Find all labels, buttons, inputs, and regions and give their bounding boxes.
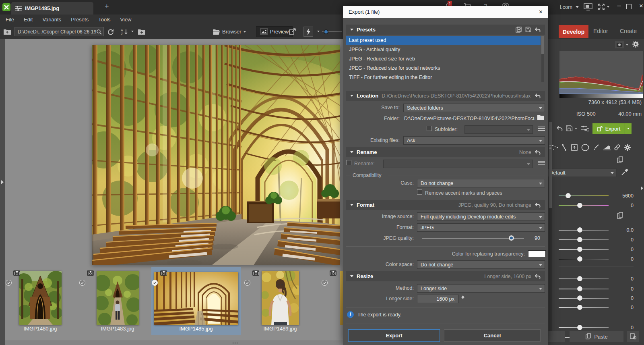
panel-scrollbar-thumb[interactable] (549, 122, 552, 208)
blacks-slider[interactable]: 0 (559, 286, 627, 292)
dehaze-slider[interactable]: 0 (559, 305, 627, 310)
tab-imgp1485[interactable]: IMGP1485.jpg (11, 2, 93, 15)
menu-edit[interactable]: Edit (24, 17, 33, 23)
preview-mode-icon[interactable] (615, 41, 624, 48)
slider-handle[interactable] (577, 325, 582, 330)
dialog-close-button[interactable]: × (539, 8, 543, 16)
collapse-icon[interactable] (350, 204, 353, 206)
slider-handle[interactable] (577, 295, 582, 301)
spinner-down-icon[interactable] (461, 299, 464, 305)
clarity-slider[interactable]: 0 (559, 295, 627, 301)
lightning-dropdown-icon[interactable] (317, 31, 320, 32)
minimize-button[interactable]: – (615, 2, 623, 9)
account-dropdown-icon[interactable] (576, 6, 579, 8)
shadows-slider[interactable]: 0 (559, 256, 627, 262)
subfolder-menu-icon[interactable] (538, 125, 545, 132)
close-window-button[interactable]: × (637, 2, 644, 10)
save-to-select[interactable]: Selected folders (403, 104, 545, 112)
eyedropper-icon[interactable] (621, 168, 629, 176)
account-email[interactable]: l.com (555, 4, 572, 10)
collapse-icon[interactable] (350, 95, 353, 97)
remove-accents-checkbox[interactable] (417, 189, 422, 195)
select-check-badge[interactable] (6, 280, 12, 286)
tool-settings-gear-icon[interactable] (624, 144, 631, 151)
temperature-handle[interactable] (566, 193, 571, 198)
healing-tool-icon[interactable] (613, 144, 621, 151)
browse-folder-icon[interactable] (537, 114, 545, 121)
sort-dropdown-icon[interactable] (131, 31, 134, 32)
zoom-slider-handle[interactable] (324, 29, 328, 34)
saturation-slider[interactable]: 0 (559, 325, 627, 330)
export-dropdown-button[interactable] (625, 123, 632, 134)
format-section-header[interactable]: Format JPEG, quality 90, Do not change (346, 200, 545, 210)
menu-tools[interactable]: Tools (98, 17, 110, 23)
slider-handle[interactable] (577, 247, 582, 252)
path-field[interactable]: D:\OneDr...\Cooper Chapel 06-26-19 (14, 27, 104, 36)
select-check-badge[interactable] (244, 280, 250, 286)
fullscreen-icon[interactable] (597, 3, 605, 11)
settings-gear-icon[interactable] (632, 40, 640, 48)
fullscreen-dropdown-icon[interactable] (607, 6, 609, 8)
white-balance-preset-select[interactable]: Default (546, 168, 617, 177)
preset-item[interactable]: JPEG - Reduced size for web (346, 54, 539, 64)
preview-mode-dropdown-icon[interactable] (626, 44, 628, 46)
new-folder-icon[interactable] (138, 27, 146, 36)
copy-white-balance-icon[interactable] (617, 156, 623, 164)
refresh-icon[interactable] (107, 27, 114, 36)
longer-side-input[interactable]: 1600 px (417, 295, 459, 303)
slider-handle[interactable] (577, 276, 582, 281)
thumbnail-imgp1480[interactable] (19, 271, 62, 325)
collapse-icon[interactable] (350, 151, 353, 153)
thumbnail-imgp1489[interactable] (262, 271, 299, 325)
export-button[interactable]: Export (592, 123, 625, 134)
tab-editor[interactable]: Editor (593, 28, 608, 34)
collapse-icon[interactable] (350, 275, 353, 277)
preset-item-selected[interactable]: Last preset used (346, 36, 541, 45)
menu-variants[interactable]: Variants (42, 17, 61, 23)
lights-slider[interactable]: 0 (559, 247, 627, 252)
quick-edits-lightning-icon[interactable] (303, 27, 313, 37)
resize-section-header[interactable]: Resize Longer side, 1600 px (346, 271, 545, 281)
open-external-icon[interactable] (289, 27, 296, 36)
slider-handle[interactable] (577, 256, 582, 262)
preset-list-scrollbar[interactable] (541, 36, 544, 82)
transparency-color-swatch[interactable] (528, 250, 546, 257)
reset-presets-icon[interactable] (535, 27, 541, 33)
preset-list-scrollbar-thumb[interactable] (541, 36, 544, 54)
save-icon[interactable] (566, 125, 573, 131)
brush-tool-icon[interactable] (592, 144, 600, 151)
case-select[interactable]: Do not change (417, 179, 545, 187)
subfolder-checkbox[interactable] (427, 126, 432, 131)
existing-files-select[interactable]: Ask (403, 136, 545, 145)
collapse-right-panel-icon[interactable] (641, 186, 643, 190)
select-check-badge[interactable] (79, 280, 85, 286)
location-section-header[interactable]: Location D:\OneDrive\Pictures-DESKTOP-81… (346, 91, 545, 101)
search-icon[interactable] (96, 29, 102, 35)
menu-file[interactable]: File (6, 17, 14, 23)
jpeg-quality-handle[interactable] (509, 235, 514, 241)
dialog-titlebar[interactable]: Export (1 file) × (343, 6, 548, 18)
rename-checkbox[interactable] (346, 160, 351, 165)
rename-pattern-input-disabled[interactable] (383, 160, 533, 168)
copy-exposure-icon[interactable] (617, 212, 623, 219)
line-tool-icon[interactable] (561, 144, 568, 151)
folder-path-value[interactable]: D:\OneDrive\Pictures-DESKTOP-810VI54\202… (404, 114, 535, 123)
rename-menu-icon[interactable] (538, 160, 545, 166)
dialog-cancel-button[interactable]: Cancel (444, 329, 541, 342)
slider-handle[interactable] (577, 237, 582, 242)
tab-develop[interactable]: Develop (559, 25, 588, 38)
tint-slider[interactable]: 0 (559, 203, 627, 208)
reset-resize-icon[interactable] (535, 273, 541, 279)
preview-photo[interactable] (92, 45, 340, 265)
save-dropdown-icon[interactable] (575, 128, 577, 129)
save-preset-icon[interactable] (525, 27, 531, 33)
select-check-badge[interactable] (322, 280, 328, 286)
slider-handle[interactable] (577, 227, 582, 233)
gradient-tool-icon[interactable] (603, 145, 611, 150)
slider-handle[interactable] (577, 286, 582, 291)
reset-rename-icon[interactable] (535, 149, 541, 155)
browser-mode-button[interactable]: Browser (213, 27, 246, 36)
reset-location-icon[interactable] (535, 93, 541, 99)
exposure-slider[interactable]: 0.0 (559, 227, 627, 233)
sort-icon[interactable]: AZ (121, 27, 129, 36)
